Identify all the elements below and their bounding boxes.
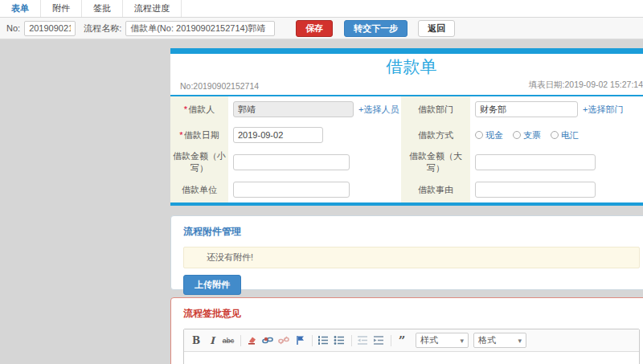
amount-upper-label: 借款金额（大写） (401, 148, 470, 177)
styles-dropdown[interactable]: 样式 ▾ (416, 333, 469, 348)
radio-icon (475, 131, 483, 139)
loan-form-card: 借款单 No:20190902152714 填表日期:2019-09-02 15… (170, 48, 643, 206)
loan-unit-label: 借款单位 (170, 177, 228, 202)
toolbar-separator (240, 335, 241, 346)
italic-icon[interactable]: I (205, 333, 219, 347)
amount-upper-input[interactable] (475, 154, 596, 170)
loan-reason-label-text: 借款事由 (418, 184, 453, 196)
no-label: No: (6, 23, 20, 33)
attachment-heading: 流程附件管理 (183, 225, 640, 239)
form-fields-grid: * 借款人 +选择人员 借款部门 +选择部门 * 借款日期 (170, 96, 643, 202)
amount-lower-label: 借款金额（小写） (170, 148, 228, 177)
format-dropdown-label: 格式 (478, 334, 496, 346)
radio-cash-label: 现金 (485, 129, 503, 141)
page: 表单 附件 签批 流程进度 No: 流程名称: 保存 转交下一步 返回 借款单 … (0, 0, 643, 364)
no-input[interactable] (24, 21, 76, 36)
bold-icon[interactable]: B (189, 333, 203, 347)
styles-dropdown-label: 样式 (420, 334, 438, 346)
chevron-down-icon: ▾ (460, 337, 464, 345)
amount-lower-cell (228, 148, 401, 177)
radio-icon (551, 131, 559, 139)
department-input[interactable] (475, 101, 578, 117)
department-cell: +选择部门 (470, 96, 643, 122)
toolbar-separator (391, 335, 391, 346)
blockquote-icon[interactable]: ” (395, 333, 409, 347)
chevron-down-icon: ▾ (518, 337, 522, 345)
form-meta-row: No:20190902152714 填表日期:2019-09-02 15:27:… (170, 76, 643, 96)
loan-method-cell: 现金 支票 电汇 (470, 122, 643, 148)
forward-next-step-button[interactable]: 转交下一步 (344, 20, 408, 37)
loan-unit-cell (228, 177, 401, 202)
radio-cheque-label: 支票 (523, 129, 541, 141)
loan-date-label-text: 借款日期 (184, 129, 219, 141)
toolbar-separator (351, 335, 352, 346)
signoff-heading: 流程签批意见 (183, 307, 640, 321)
card-top-accent-bar (170, 48, 643, 54)
no-attachment-notice: 还没有附件! (183, 247, 640, 268)
loan-unit-input[interactable] (233, 182, 350, 198)
department-label-text: 借款部门 (418, 104, 453, 116)
numbered-list-icon[interactable] (316, 333, 330, 347)
bulleted-list-icon[interactable] (332, 333, 346, 347)
flow-name-label: 流程名称: (84, 22, 121, 35)
toolbar: No: 流程名称: 保存 转交下一步 返回 (0, 18, 643, 39)
signoff-section: 流程签批意见 B I abc (170, 297, 643, 364)
outdent-icon[interactable] (355, 333, 370, 347)
radio-wire-label: 电汇 (561, 129, 579, 141)
amount-lower-input[interactable] (233, 154, 350, 170)
borrower-cell: +选择人员 (228, 96, 401, 122)
link-icon[interactable] (260, 333, 275, 347)
loan-method-label-text: 借款方式 (418, 129, 453, 141)
indent-icon[interactable] (371, 333, 386, 347)
anchor-flag-icon[interactable] (293, 333, 307, 347)
card-bottom-accent-bar (170, 202, 643, 206)
amount-upper-cell (470, 148, 643, 177)
loan-method-label: 借款方式 (401, 122, 470, 148)
attachment-section: 流程附件管理 还没有附件! 上传附件 (170, 215, 643, 290)
loan-reason-input[interactable] (475, 182, 596, 198)
tab-form[interactable]: 表单 (0, 0, 41, 17)
select-department-link[interactable]: +选择部门 (583, 104, 623, 116)
tab-bar: 表单 附件 签批 流程进度 (0, 0, 643, 18)
department-label: 借款部门 (401, 96, 470, 122)
save-button[interactable]: 保存 (296, 20, 333, 37)
radio-cash[interactable]: 现金 (475, 129, 503, 141)
editor-content-area[interactable] (184, 352, 639, 364)
loan-reason-label: 借款事由 (401, 177, 470, 202)
required-mark: * (179, 130, 182, 140)
format-dropdown[interactable]: 格式 ▾ (473, 333, 526, 348)
editor-toolbar: B I abc (184, 329, 639, 352)
radio-icon (513, 131, 521, 139)
loan-date-label: * 借款日期 (170, 122, 228, 148)
amount-upper-label-text: 借款金额（大写） (403, 150, 469, 174)
loan-date-cell (228, 122, 401, 148)
form-title: 借款单 (170, 54, 643, 76)
tab-attachments[interactable]: 附件 (41, 0, 82, 17)
tab-progress[interactable]: 流程进度 (123, 0, 182, 17)
loan-unit-label-text: 借款单位 (182, 184, 217, 196)
strikethrough-icon[interactable]: abc (221, 333, 235, 347)
loan-reason-cell (470, 177, 643, 202)
select-person-link[interactable]: +选择人员 (358, 104, 399, 116)
radio-cheque[interactable]: 支票 (513, 129, 541, 141)
toolbar-separator (312, 335, 313, 346)
rich-text-editor: B I abc (183, 329, 640, 364)
remove-format-icon[interactable] (244, 333, 259, 347)
upload-attachment-button[interactable]: 上传附件 (183, 275, 241, 295)
borrower-input[interactable] (233, 101, 354, 117)
required-mark: * (184, 104, 187, 114)
tab-signoff[interactable]: 签批 (82, 0, 123, 17)
borrower-label-text: 借款人 (188, 104, 215, 116)
radio-wire[interactable]: 电汇 (551, 129, 579, 141)
borrower-label: * 借款人 (170, 96, 228, 122)
form-fill-date: 填表日期:2019-09-02 15:27:14 (529, 80, 643, 91)
form-number: No:20190902152714 (180, 81, 259, 91)
amount-lower-label-text: 借款金额（小写） (172, 150, 227, 174)
flow-name-input[interactable] (125, 21, 275, 36)
loan-date-input[interactable] (233, 127, 323, 143)
unlink-icon[interactable] (276, 333, 291, 347)
back-button[interactable]: 返回 (418, 20, 455, 37)
